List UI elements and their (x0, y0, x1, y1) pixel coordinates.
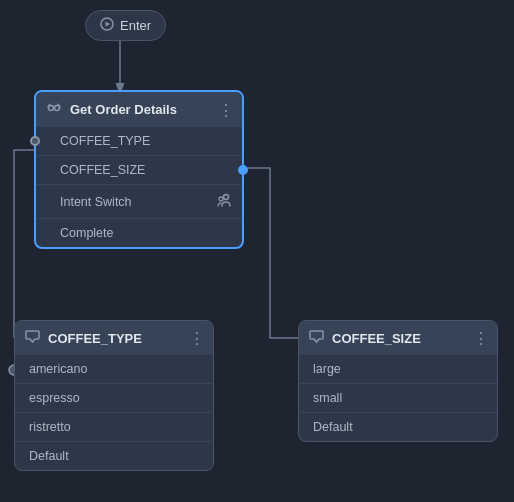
coffee-size-card: COFFEE_SIZE ⋮ large small Default (298, 320, 498, 442)
coffee-type-header: COFFEE_TYPE ⋮ (15, 321, 213, 355)
coffee-type-row-americano: americano (15, 355, 213, 384)
coffee-type-row-espresso: espresso (15, 384, 213, 413)
svg-point-8 (219, 197, 223, 201)
coffee-size-right-port (238, 165, 248, 175)
main-card-title: Get Order Details (70, 102, 177, 117)
coffee-type-row-ristretto: ristretto (15, 413, 213, 442)
coffee-type-row: COFFEE_TYPE (36, 127, 242, 156)
coffee-type-menu[interactable]: ⋮ (189, 329, 205, 348)
coffee-size-row: COFFEE_SIZE (36, 156, 242, 185)
intent-switch-label: Intent Switch (60, 195, 132, 209)
main-card-header: Get Order Details ⋮ (36, 92, 242, 127)
intent-switch-row: Intent Switch (36, 185, 242, 219)
coffee-size-row-default: Default (299, 413, 497, 441)
enter-node: Enter (85, 10, 166, 41)
coffee-type-left-port (30, 136, 40, 146)
coffee-type-card: COFFEE_TYPE ⋮ americano espresso ristret… (14, 320, 214, 471)
complete-row: Complete (36, 219, 242, 247)
main-card-menu-icon[interactable]: ⋮ (218, 100, 234, 119)
coffee-size-menu[interactable]: ⋮ (473, 329, 489, 348)
coffee-size-title: COFFEE_SIZE (332, 331, 421, 346)
coffee-type-label: COFFEE_TYPE (60, 134, 150, 148)
enter-label: Enter (120, 18, 151, 33)
coffee-size-label: COFFEE_SIZE (60, 163, 145, 177)
get-order-icon (46, 100, 62, 119)
svg-point-7 (224, 195, 229, 200)
coffee-type-title: COFFEE_TYPE (48, 331, 142, 346)
coffee-size-header: COFFEE_SIZE ⋮ (299, 321, 497, 355)
coffee-type-row-default: Default (15, 442, 213, 470)
svg-marker-3 (106, 22, 111, 27)
main-card: Get Order Details ⋮ COFFEE_TYPE COFFEE_S… (34, 90, 244, 249)
coffee-type-chat-icon (25, 329, 40, 347)
complete-label: Complete (60, 226, 114, 240)
coffee-size-row-small: small (299, 384, 497, 413)
coffee-size-row-large: large (299, 355, 497, 384)
svg-point-5 (55, 106, 60, 111)
play-icon (100, 17, 114, 34)
intent-switch-icon (216, 192, 232, 211)
svg-point-4 (49, 106, 54, 111)
coffee-size-chat-icon (309, 329, 324, 347)
